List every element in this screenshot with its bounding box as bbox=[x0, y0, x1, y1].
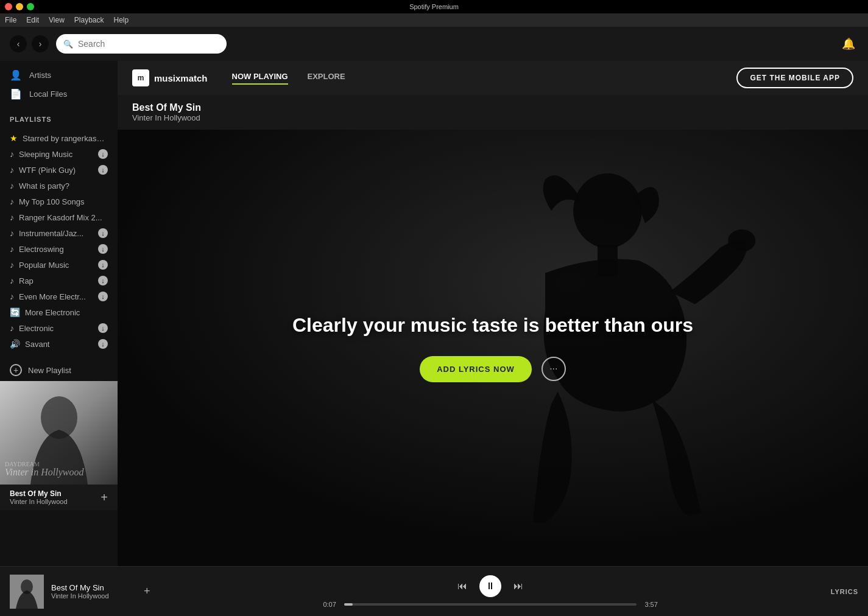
playlist-item-even-more-electr[interactable]: ♪ Even More Electr... ↓ bbox=[0, 289, 118, 304]
lyrics-button[interactable]: LYRICS bbox=[831, 588, 858, 595]
music-note-icon-rap: ♪ bbox=[10, 276, 14, 285]
new-playlist-plus-icon: + bbox=[10, 364, 22, 376]
music-note-icon-popular: ♪ bbox=[10, 260, 14, 270]
playlist-add-btn-even-more[interactable]: ↓ bbox=[98, 292, 108, 301]
sidebar-song-title: Best Of My Sin bbox=[10, 489, 68, 498]
playlist-item-top100[interactable]: ♪ My Top 100 Songs bbox=[0, 194, 118, 209]
player-buttons: ⏮ ⏸ ⏭ bbox=[457, 575, 523, 597]
search-input[interactable] bbox=[78, 39, 219, 49]
hero-content: Clearly your music taste is better than … bbox=[268, 314, 718, 382]
menu-playback[interactable]: Playback bbox=[74, 16, 104, 24]
playlist-name-wtf: WTF (Pink Guy) bbox=[19, 166, 93, 175]
np-right-controls: LYRICS bbox=[831, 588, 858, 595]
song-title: Best Of My Sin bbox=[132, 102, 853, 113]
playlist-name-even-more-electr: Even More Electr... bbox=[19, 292, 93, 301]
sidebar-item-local-files[interactable]: 📄 Local Files bbox=[0, 85, 118, 103]
playlist-name-more-electronic: More Electronic bbox=[25, 308, 108, 317]
svg-text:DAYDREAM: DAYDREAM bbox=[5, 461, 40, 467]
tab-now-playing[interactable]: NOW PLAYING bbox=[232, 72, 288, 85]
progress-row: 0:07 3:57 bbox=[320, 601, 661, 608]
close-traffic-light[interactable] bbox=[5, 3, 12, 10]
music-note-icon-electronic: ♪ bbox=[10, 323, 14, 333]
previous-button[interactable]: ⏮ bbox=[457, 581, 467, 592]
sidebar-item-artists[interactable]: 👤 Artists bbox=[0, 66, 118, 85]
playlist-name-electroswing: Electroswing bbox=[19, 245, 93, 254]
playlist-add-btn-instrumental[interactable]: ↓ bbox=[98, 228, 108, 238]
menubar: File Edit View Playback Help bbox=[0, 13, 868, 27]
sidebar: 👤 Artists 📄 Local Files PLAYLISTS ★ Star… bbox=[0, 61, 118, 566]
playlists-section: ★ Starred by rangerkasdo... ♪ Sleeping M… bbox=[0, 125, 118, 357]
now-playing-bar: Best Of My Sin Vinter In Hollywood + ⏮ ⏸… bbox=[0, 566, 868, 616]
forward-button[interactable]: › bbox=[32, 35, 49, 52]
topnav-right: 🔔 bbox=[839, 34, 858, 54]
playlist-item-sleeping-music[interactable]: ♪ Sleeping Music ↓ bbox=[0, 146, 118, 162]
playlist-add-btn-savant[interactable]: ↓ bbox=[98, 339, 108, 349]
sidebar-add-song-icon[interactable]: + bbox=[101, 491, 108, 505]
np-add-button[interactable]: + bbox=[144, 585, 150, 598]
maximize-traffic-light[interactable] bbox=[27, 3, 34, 10]
sidebar-nav-section: 👤 Artists 📄 Local Files bbox=[0, 61, 118, 108]
more-options-button[interactable]: ··· bbox=[542, 357, 566, 381]
np-song-title: Best Of My Sin bbox=[51, 583, 136, 592]
playlist-item-rap[interactable]: ♪ Rap ↓ bbox=[0, 273, 118, 289]
playlist-name-rap: Rap bbox=[19, 276, 93, 285]
now-playing-info: Best Of My Sin Vinter In Hollywood bbox=[51, 583, 136, 600]
tab-explore[interactable]: EXPLORE bbox=[308, 72, 345, 85]
playlist-name-savant: Savant bbox=[25, 340, 93, 349]
current-time: 0:07 bbox=[320, 601, 339, 608]
playlist-item-wtf[interactable]: ♪ WTF (Pink Guy) ↓ bbox=[0, 162, 118, 178]
back-button[interactable]: ‹ bbox=[10, 35, 27, 52]
playlist-name-ranger-mix: Ranger Kasdorf Mix 2... bbox=[19, 213, 108, 222]
music-note-icon-instrumental: ♪ bbox=[10, 228, 14, 238]
get-mobile-app-button[interactable]: GET THE MOBILE APP bbox=[736, 68, 853, 88]
menu-view[interactable]: View bbox=[49, 16, 65, 24]
playing-icon-savant: 🔊 bbox=[10, 339, 20, 349]
mxm-header: m musixmatch NOW PLAYING EXPLORE GET THE… bbox=[118, 61, 868, 95]
music-note-icon-party: ♪ bbox=[10, 181, 14, 191]
notification-bell-icon[interactable]: 🔔 bbox=[839, 34, 858, 54]
hero-tagline: Clearly your music taste is better than … bbox=[292, 314, 693, 337]
playlist-item-party[interactable]: ♪ What is party? bbox=[0, 178, 118, 194]
playlist-add-btn-popular[interactable]: ↓ bbox=[98, 260, 108, 270]
playlist-item-more-electronic[interactable]: 🔄 More Electronic bbox=[0, 304, 118, 320]
playlist-add-btn-wtf[interactable]: ↓ bbox=[98, 165, 108, 175]
menu-file[interactable]: File bbox=[5, 16, 16, 24]
mxm-logo: m musixmatch bbox=[132, 69, 208, 86]
song-artist: Vinter In Hollywood bbox=[132, 113, 853, 122]
playlist-add-btn-electronic[interactable]: ↓ bbox=[98, 323, 108, 333]
playlist-add-btn-rap[interactable]: ↓ bbox=[98, 276, 108, 285]
playlist-name-popular: Popular Music bbox=[19, 261, 93, 270]
music-note-icon-wtf: ♪ bbox=[10, 165, 14, 175]
main-layout: 👤 Artists 📄 Local Files PLAYLISTS ★ Star… bbox=[0, 61, 868, 566]
add-lyrics-button[interactable]: ADD LYRICS NOW bbox=[420, 356, 532, 382]
svg-text:Vinter in Hollywood: Vinter in Hollywood bbox=[5, 467, 84, 478]
play-pause-button[interactable]: ⏸ bbox=[479, 575, 501, 597]
playlist-item-starred[interactable]: ★ Starred by rangerkasdo... bbox=[0, 130, 118, 146]
music-note-icon-top100: ♪ bbox=[10, 197, 14, 206]
progress-bar[interactable] bbox=[344, 603, 637, 606]
playlist-add-btn-sleeping-music[interactable]: ↓ bbox=[98, 149, 108, 159]
album-thumbnail bbox=[10, 575, 44, 609]
playlist-item-savant[interactable]: 🔊 Savant ↓ bbox=[0, 336, 118, 352]
minimize-traffic-light[interactable] bbox=[16, 3, 23, 10]
playlist-item-electroswing[interactable]: ♪ Electroswing ↓ bbox=[0, 241, 118, 257]
search-icon: 🔍 bbox=[63, 40, 73, 49]
hero-area: Clearly your music taste is better than … bbox=[118, 130, 868, 566]
playlist-item-instrumental[interactable]: ♪ Instrumental/Jaz... ↓ bbox=[0, 225, 118, 241]
menu-help[interactable]: Help bbox=[114, 16, 129, 24]
titlebar: Spotify Premium bbox=[0, 0, 868, 13]
sidebar-song-artist: Vinter In Hollywood bbox=[10, 498, 68, 505]
local-files-icon: 📄 bbox=[10, 88, 22, 100]
mxm-logo-text: musixmatch bbox=[154, 73, 208, 83]
menu-edit[interactable]: Edit bbox=[26, 16, 39, 24]
playlist-name-instrumental: Instrumental/Jaz... bbox=[19, 229, 93, 238]
traffic-lights bbox=[5, 3, 34, 10]
playlist-item-ranger-mix[interactable]: ♪ Ranger Kasdorf Mix 2... bbox=[0, 209, 118, 225]
album-art-image bbox=[10, 575, 44, 609]
playlist-add-btn-electroswing[interactable]: ↓ bbox=[98, 244, 108, 254]
next-button[interactable]: ⏭ bbox=[513, 581, 523, 592]
playlist-item-popular[interactable]: ♪ Popular Music ↓ bbox=[0, 257, 118, 273]
new-playlist-button[interactable]: + New Playlist bbox=[0, 359, 118, 381]
topnav: ‹ › 🔍 🔔 bbox=[0, 27, 868, 61]
playlist-item-electronic[interactable]: ♪ Electronic ↓ bbox=[0, 320, 118, 336]
